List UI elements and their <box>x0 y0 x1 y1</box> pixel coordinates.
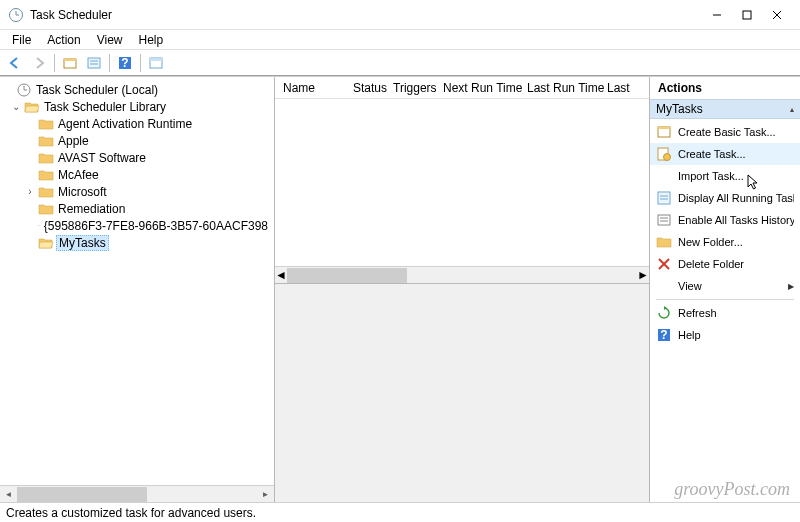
tree-label: Task Scheduler (Local) <box>34 83 160 97</box>
tree-item-selected[interactable]: MyTasks <box>0 234 274 251</box>
maximize-button[interactable] <box>732 5 762 25</box>
actions-title: Actions <box>650 77 800 99</box>
action-import-task[interactable]: Import Task... <box>650 165 800 187</box>
folder-icon <box>38 167 54 183</box>
folder-icon <box>38 133 54 149</box>
svg-point-22 <box>664 154 671 161</box>
tree-scrollbar[interactable]: ◄ ► <box>0 485 274 502</box>
help-icon: ? <box>656 327 672 343</box>
action-refresh[interactable]: Refresh <box>650 302 800 324</box>
forward-button[interactable] <box>28 52 50 74</box>
submenu-icon: ▶ <box>788 282 794 291</box>
actions-pane: Actions MyTasks ▴ Create Basic Task... C… <box>650 77 800 502</box>
tree-item[interactable]: {595886F3-7FE8-966B-3B57-60AACF398 <box>0 217 274 234</box>
tree-label: McAfee <box>56 168 101 182</box>
task-list-pane: Name Status Triggers Next Run Time Last … <box>275 77 650 502</box>
toolbar: ? <box>0 50 800 76</box>
col-last-run[interactable]: Last Run Time <box>527 78 607 98</box>
scroll-right-icon[interactable]: ► <box>257 486 274 503</box>
window-title: Task Scheduler <box>30 8 112 22</box>
col-next-run[interactable]: Next Run Time <box>443 78 527 98</box>
action-create-task[interactable]: Create Task... <box>650 143 800 165</box>
status-bar: Creates a customized task for advanced u… <box>0 502 800 522</box>
help-icon[interactable]: ? <box>114 52 136 74</box>
svg-rect-20 <box>658 127 670 129</box>
action-enable-history[interactable]: Enable All Tasks History <box>650 209 800 231</box>
actions-section[interactable]: MyTasks ▴ <box>650 99 800 119</box>
svg-rect-26 <box>658 215 670 225</box>
tree-root[interactable]: Task Scheduler (Local) <box>0 81 274 98</box>
expander-icon[interactable]: › <box>22 186 38 197</box>
action-new-folder[interactable]: New Folder... <box>650 231 800 253</box>
action-display-running[interactable]: Display All Running Tasks <box>650 187 800 209</box>
tree-label: AVAST Software <box>56 151 148 165</box>
tree-label: Agent Activation Runtime <box>56 117 194 131</box>
title-bar: Task Scheduler <box>0 0 800 30</box>
action-help[interactable]: ? Help <box>650 324 800 346</box>
menu-help[interactable]: Help <box>131 31 172 49</box>
svg-text:?: ? <box>660 328 667 342</box>
tree-item[interactable]: Apple <box>0 132 274 149</box>
back-button[interactable] <box>4 52 26 74</box>
tree-item[interactable]: AVAST Software <box>0 149 274 166</box>
column-headers: Name Status Triggers Next Run Time Last … <box>275 77 649 99</box>
action-label: Import Task... <box>678 170 744 182</box>
task-icon <box>656 146 672 162</box>
col-last-result[interactable]: Last <box>607 78 637 98</box>
tree-label: Microsoft <box>56 185 109 199</box>
svg-rect-23 <box>658 192 670 204</box>
tree-pane: Task Scheduler (Local) ⌄ Task Scheduler … <box>0 77 275 502</box>
svg-rect-8 <box>64 59 76 61</box>
app-icon <box>8 7 24 23</box>
col-triggers[interactable]: Triggers <box>393 78 443 98</box>
collapse-icon[interactable]: ▴ <box>790 105 794 114</box>
scroll-thumb[interactable] <box>287 268 407 283</box>
scroll-thumb[interactable] <box>17 487 147 502</box>
tree-item[interactable]: › Microsoft <box>0 183 274 200</box>
refresh-icon <box>656 305 672 321</box>
menu-file[interactable]: File <box>4 31 39 49</box>
tree-item[interactable]: McAfee <box>0 166 274 183</box>
scroll-right-icon[interactable]: ► <box>637 268 649 282</box>
tree-label: Task Scheduler Library <box>42 100 168 114</box>
folder-open-icon <box>24 99 40 115</box>
create-task-icon[interactable] <box>59 52 81 74</box>
action-create-basic-task[interactable]: Create Basic Task... <box>650 121 800 143</box>
action-label: View <box>678 280 702 292</box>
minimize-button[interactable] <box>702 5 732 25</box>
col-status[interactable]: Status <box>353 78 393 98</box>
delete-icon <box>656 256 672 272</box>
tree-item[interactable]: Remediation <box>0 200 274 217</box>
folder-icon <box>38 201 54 217</box>
none-icon <box>656 278 672 294</box>
action-label: New Folder... <box>678 236 743 248</box>
tree-item[interactable]: Agent Activation Runtime <box>0 115 274 132</box>
separator <box>656 299 794 300</box>
actions-list: Create Basic Task... Create Task... Impo… <box>650 119 800 348</box>
svg-rect-4 <box>743 11 751 19</box>
scroll-left-icon[interactable]: ◄ <box>275 268 287 282</box>
col-name[interactable]: Name <box>283 78 353 98</box>
list-scrollbar[interactable]: ◄ ► <box>275 266 649 283</box>
action-label: Display All Running Tasks <box>678 192 794 204</box>
svg-rect-15 <box>150 58 162 61</box>
menu-view[interactable]: View <box>89 31 131 49</box>
tree-library[interactable]: ⌄ Task Scheduler Library <box>0 98 274 115</box>
tree-label: MyTasks <box>56 235 109 251</box>
task-details-pane <box>275 283 649 502</box>
tree-label: {595886F3-7FE8-966B-3B57-60AACF398 <box>42 219 270 233</box>
display-running-icon[interactable] <box>83 52 105 74</box>
svg-text:?: ? <box>121 56 128 70</box>
expander-icon[interactable]: ⌄ <box>8 101 24 112</box>
display-icon <box>656 190 672 206</box>
tree-label: Remediation <box>56 202 127 216</box>
action-view[interactable]: View ▶ <box>650 275 800 297</box>
tree[interactable]: Task Scheduler (Local) ⌄ Task Scheduler … <box>0 77 274 485</box>
folder-icon <box>38 184 54 200</box>
scroll-left-icon[interactable]: ◄ <box>0 486 17 503</box>
menu-action[interactable]: Action <box>39 31 88 49</box>
action-delete-folder[interactable]: Delete Folder <box>650 253 800 275</box>
task-list-body[interactable] <box>275 99 649 266</box>
properties-icon[interactable] <box>145 52 167 74</box>
close-button[interactable] <box>762 5 792 25</box>
